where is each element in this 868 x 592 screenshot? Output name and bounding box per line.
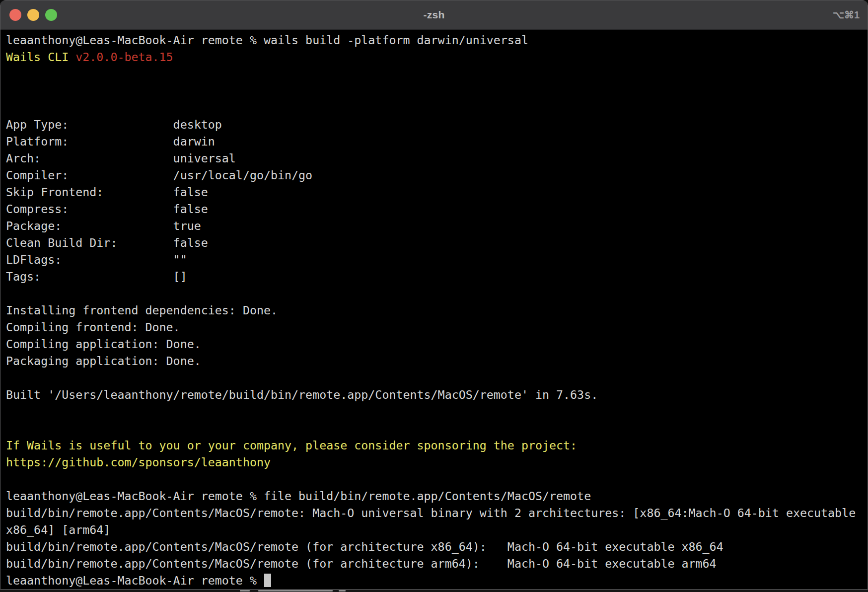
terminal-text-segment: Compress: false <box>6 202 208 216</box>
terminal-line <box>6 82 868 99</box>
terminal-line: Tags: [] <box>6 268 868 285</box>
title-bar[interactable]: -zsh ⌥⌘1 <box>0 0 868 30</box>
background-window-fragment <box>258 590 333 592</box>
terminal-line: Compress: false <box>6 201 868 218</box>
terminal-text-segment: leaanthony@Leas-MacBook-Air remote % wai… <box>6 33 528 47</box>
terminal-line: If Wails is useful to you or your compan… <box>6 437 868 454</box>
terminal-text-segment: Arch: universal <box>6 151 236 165</box>
terminal-text-segment: Compiler: /usr/local/go/bin/go <box>6 168 312 182</box>
terminal-text-segment: build/bin/remote.app/Contents/MacOS/remo… <box>6 506 856 519</box>
terminal-line <box>6 285 868 302</box>
terminal-line: Skip Frontend: false <box>6 184 868 201</box>
terminal-text-segment: leaanthony@Leas-MacBook-Air remote % fil… <box>6 489 591 503</box>
terminal-line: Installing frontend dependencies: Done. <box>6 302 868 319</box>
terminal-line: leaanthony@Leas-MacBook-Air remote % fil… <box>6 488 868 505</box>
terminal-text-segment: v2.0.0-beta.15 <box>75 50 173 64</box>
terminal-line: Arch: universal <box>6 150 868 167</box>
terminal-text-segment: x86_64] [arm64] <box>6 523 110 536</box>
terminal-line <box>6 471 868 488</box>
screenshot-stage: -zsh ⌥⌘1 leaanthony@Leas-MacBook-Air rem… <box>0 0 868 592</box>
terminal-line: Compiling frontend: Done. <box>6 319 868 336</box>
terminal-line <box>6 99 868 116</box>
terminal-line <box>6 66 868 82</box>
terminal-line <box>6 403 868 420</box>
zoom-button[interactable] <box>45 9 57 21</box>
terminal-text-segment: build/bin/remote.app/Contents/MacOS/remo… <box>6 557 717 570</box>
terminal-line: Packaging application: Done. <box>6 353 868 370</box>
terminal-text-segment: https://github.com/sponsors/leaanthony <box>6 455 271 469</box>
terminal-text-segment: Platform: darwin <box>6 135 215 148</box>
terminal-text-segment: If Wails is useful to you or your compan… <box>6 439 577 452</box>
traffic-lights <box>9 0 57 29</box>
terminal-text-segment: Clean Build Dir: false <box>6 236 208 249</box>
background-window-sliver <box>0 590 868 592</box>
terminal-text-segment: build/bin/remote.app/Contents/MacOS/remo… <box>6 540 723 553</box>
terminal-line: Package: true <box>6 218 868 234</box>
terminal-line: Compiler: /usr/local/go/bin/go <box>6 167 868 184</box>
terminal-line: Platform: darwin <box>6 133 868 150</box>
terminal-text-segment: Packaging application: Done. <box>6 354 201 368</box>
terminal-line: Clean Build Dir: false <box>6 234 868 251</box>
terminal-line: build/bin/remote.app/Contents/MacOS/remo… <box>6 505 868 521</box>
terminal-line: Wails CLI v2.0.0-beta.15 <box>6 49 868 66</box>
terminal-line: leaanthony@Leas-MacBook-Air remote % <box>6 572 868 589</box>
terminal-line <box>6 420 868 437</box>
terminal-text-segment: Built '/Users/leaanthony/remote/build/bi… <box>6 388 598 401</box>
background-window-fragment <box>339 590 346 592</box>
terminal-line: build/bin/remote.app/Contents/MacOS/remo… <box>6 538 868 555</box>
terminal-line: x86_64] [arm64] <box>6 521 868 538</box>
terminal-line: leaanthony@Leas-MacBook-Air remote % wai… <box>6 32 868 49</box>
window-shortcut-badge: ⌥⌘1 <box>833 0 860 29</box>
terminal-text-segment: Compiling frontend: Done. <box>6 320 180 334</box>
text-cursor <box>264 574 271 587</box>
terminal-line: build/bin/remote.app/Contents/MacOS/remo… <box>6 555 868 572</box>
terminal-window: -zsh ⌥⌘1 leaanthony@Leas-MacBook-Air rem… <box>0 0 868 590</box>
terminal-line: Built '/Users/leaanthony/remote/build/bi… <box>6 386 868 403</box>
terminal-text-segment: leaanthony@Leas-MacBook-Air remote % <box>6 574 264 587</box>
terminal-text-segment: Wails CLI <box>6 50 75 64</box>
terminal-output[interactable]: leaanthony@Leas-MacBook-Air remote % wai… <box>0 30 868 589</box>
terminal-text-segment: Compiling application: Done. <box>6 337 201 351</box>
terminal-text-segment: Installing frontend dependencies: Done. <box>6 303 278 317</box>
terminal-line: App Type: desktop <box>6 116 868 133</box>
terminal-line <box>6 370 868 386</box>
terminal-line: Compiling application: Done. <box>6 336 868 353</box>
background-window-fragment <box>240 590 250 592</box>
minimize-button[interactable] <box>27 9 39 21</box>
close-button[interactable] <box>9 9 21 21</box>
window-title: -zsh <box>0 9 868 21</box>
terminal-line: LDFlags: "" <box>6 251 868 268</box>
terminal-text-segment: Package: true <box>6 219 201 232</box>
terminal-text-segment: App Type: desktop <box>6 118 222 131</box>
terminal-line: https://github.com/sponsors/leaanthony <box>6 454 868 471</box>
terminal-text-segment: LDFlags: "" <box>6 253 187 266</box>
terminal-text-segment: Tags: [] <box>6 270 187 283</box>
terminal-text-segment: Skip Frontend: false <box>6 185 208 199</box>
